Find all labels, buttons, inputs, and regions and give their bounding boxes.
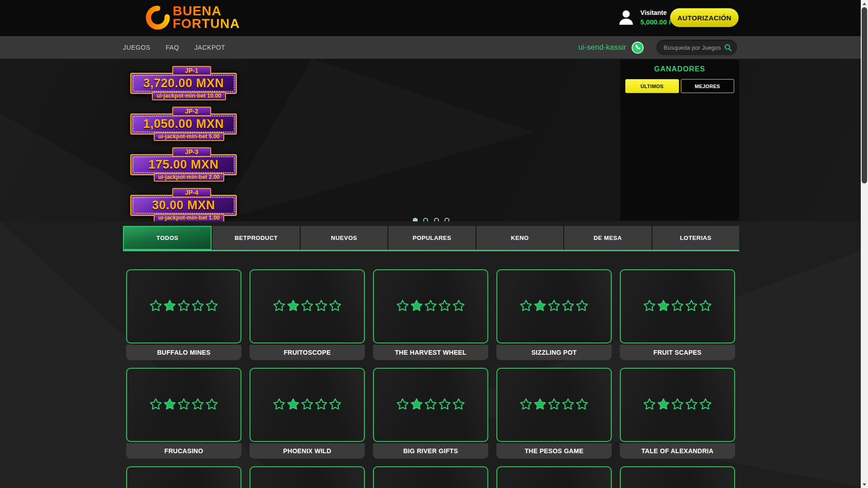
winners-title: GANADORES	[620, 65, 739, 73]
jackpot-amount-plate: 1,050.00 MXN	[130, 113, 237, 135]
star-filled-icon	[533, 397, 547, 411]
scrollbar-thumb[interactable]	[862, 7, 867, 183]
send-kassir-link[interactable]: ui-send-kassir	[578, 42, 644, 54]
category-tabs: TODOS BETPRODUCT NUEVOS POPULARES KENO D…	[123, 226, 739, 251]
authorization-button[interactable]: AUTORIZACIÓN	[670, 8, 739, 27]
game-title: THE PESOS GAME	[496, 443, 612, 459]
star-outline-icon	[177, 397, 191, 411]
star-outline-icon	[684, 299, 698, 313]
carousel-dot-3[interactable]	[434, 218, 439, 221]
search-input[interactable]	[664, 44, 724, 51]
game-title: FRUITOSCOPE	[250, 345, 365, 360]
nav-link-jackpot[interactable]: JACKPOT	[194, 44, 225, 51]
game-card-partial[interactable]	[496, 466, 612, 488]
horseshoe-logo-icon	[144, 4, 172, 32]
tab-populares[interactable]: POPULARES	[388, 226, 475, 250]
carousel-dot-1[interactable]	[413, 218, 418, 221]
game-card-buffalo-mines[interactable]: BUFFALO MINES	[126, 269, 241, 360]
tab-keno[interactable]: KENO	[476, 226, 563, 250]
game-card-the-harvest-wheel[interactable]: THE HARVEST WHEEL	[373, 269, 488, 360]
jackpot-banner-jp1[interactable]: JP-1 3,720.00 MXN ui-jackpot-min-bet 10.…	[130, 66, 237, 100]
star-outline-icon	[642, 397, 656, 411]
star-outline-icon	[272, 299, 286, 313]
send-kassir-label: ui-send-kassir	[578, 43, 626, 52]
game-card-partial[interactable]	[250, 466, 365, 488]
game-thumbnail	[496, 269, 612, 343]
game-card-the-pesos-game[interactable]: THE PESOS GAME	[496, 368, 612, 459]
star-outline-icon	[575, 397, 589, 411]
carousel-dot-4[interactable]	[444, 218, 449, 221]
game-card-tale-of-alexandria[interactable]: TALE OF ALEXANDRIA	[620, 368, 735, 459]
jackpot-amount: 175.00 MXN	[148, 158, 218, 172]
game-card-frucasino[interactable]: FRUCASINO	[126, 368, 241, 459]
jackpot-label: JP-1	[172, 66, 211, 75]
game-thumbnail	[373, 368, 488, 442]
jackpot-min-bet: ui-jackpot-min-bet 2.00	[154, 173, 224, 182]
star-outline-icon	[205, 299, 219, 313]
nav-link-juegos[interactable]: JUEGOS	[123, 44, 151, 51]
game-card-fruitoscope[interactable]: FRUITOSCOPE	[250, 269, 365, 360]
tab-todos[interactable]: TODOS	[123, 226, 212, 250]
tab-de-mesa[interactable]: DE MESA	[564, 226, 651, 250]
game-title: SIZZLING POT	[496, 345, 612, 360]
user-avatar-icon	[617, 8, 635, 26]
game-card-sizzling-pot[interactable]: SIZZLING POT	[496, 269, 612, 360]
jackpot-amount: 3,720.00 MXN	[143, 76, 224, 90]
search-icon[interactable]	[724, 43, 732, 52]
jackpot-label: JP-4	[172, 188, 211, 197]
winners-tab-ultimos[interactable]: ÚLTIMOS	[625, 79, 679, 93]
nav-link-faq[interactable]: FAQ	[166, 44, 179, 51]
game-thumbnail	[496, 466, 612, 488]
game-rating-stars	[272, 397, 342, 413]
star-filled-icon	[163, 397, 177, 411]
tab-betproduct[interactable]: BETPRODUCT	[212, 226, 299, 250]
jackpot-banner-jp3[interactable]: JP-3 175.00 MXN ui-jackpot-min-bet 2.00	[130, 147, 237, 182]
star-outline-icon	[438, 299, 452, 313]
game-rating-stars	[396, 299, 466, 314]
game-rating-stars	[642, 299, 712, 314]
game-card-partial[interactable]	[620, 466, 735, 488]
logo[interactable]: BUENA FORTUNA	[144, 4, 240, 32]
jackpot-amount: 1,050.00 MXN	[143, 117, 224, 131]
game-card-partial[interactable]	[126, 466, 241, 488]
tab-nuevos[interactable]: NUEVOS	[301, 226, 387, 250]
logo-line2: FORTUNA	[173, 18, 240, 30]
game-card-partial[interactable]	[373, 466, 488, 488]
game-thumbnail	[620, 466, 735, 488]
star-filled-icon	[656, 397, 670, 411]
star-filled-icon	[533, 299, 547, 313]
star-outline-icon	[452, 397, 466, 411]
games-grid: BUFFALO MINES FRUITOSCOPE THE HARVEST WH…	[126, 269, 735, 488]
star-outline-icon	[424, 299, 438, 313]
game-rating-stars	[149, 299, 219, 314]
game-title: BIG RIVER GIFTS	[373, 443, 488, 459]
jackpot-amount-plate: 175.00 MXN	[130, 154, 237, 175]
jackpot-amount-plate: 30.00 MXN	[130, 195, 237, 216]
star-filled-icon	[286, 299, 300, 313]
game-card-fruit-scapes[interactable]: FRUIT SCAPES	[620, 269, 735, 360]
star-outline-icon	[547, 299, 561, 313]
scrollbar-up-arrow-icon[interactable]	[861, 0, 868, 7]
game-card-phoenix-wild[interactable]: PHOENIX WILD	[250, 368, 365, 459]
logo-text: BUENA FORTUNA	[173, 5, 240, 30]
logo-line1: BUENA	[173, 5, 240, 18]
tab-loterias[interactable]: LOTERIAS	[652, 226, 739, 250]
winners-tab-mejores[interactable]: MEJORES	[681, 79, 735, 93]
game-thumbnail	[250, 368, 365, 442]
page-root: BUENA FORTUNA Visitante 5,000.00 FUN AUT…	[0, 0, 868, 488]
star-filled-icon	[163, 299, 177, 313]
jackpot-amount-plate: 3,720.00 MXN	[130, 73, 237, 94]
star-outline-icon	[177, 299, 191, 313]
jackpot-amount: 30.00 MXN	[152, 198, 215, 212]
game-thumbnail	[620, 368, 735, 442]
game-thumbnail	[126, 368, 241, 442]
jackpot-banner-jp2[interactable]: JP-2 1,050.00 MXN ui-jackpot-min-bet 5.0…	[130, 107, 237, 141]
carousel-dot-2[interactable]	[423, 218, 428, 221]
game-thumbnail	[126, 466, 241, 488]
page-scrollbar[interactable]	[861, 0, 868, 488]
scrollbar-down-arrow-icon[interactable]	[861, 481, 868, 488]
star-outline-icon	[149, 397, 163, 411]
hero-banner: JP-1 3,720.00 MXN ui-jackpot-min-bet 10.…	[0, 59, 868, 221]
game-title: FRUCASINO	[126, 443, 241, 459]
game-card-big-river-gifts[interactable]: BIG RIVER GIFTS	[373, 368, 488, 459]
